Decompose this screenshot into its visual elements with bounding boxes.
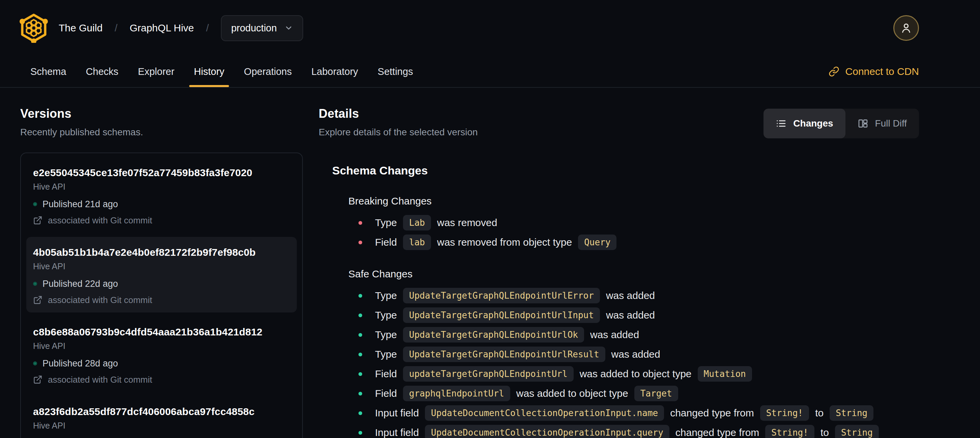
version-card[interactable]: a823f6db2a55df877dcf406006abca97fcc4858c… — [26, 396, 297, 438]
git-commit-label: associated with Git commit — [48, 295, 152, 305]
tab-history[interactable]: History — [194, 56, 224, 87]
change-text: was removed — [437, 217, 497, 228]
schema-changes-section: Schema Changes Breaking ChangesTypeLabwa… — [332, 164, 919, 438]
change-item: FieldgraphqlEndpointUrlwas added to obje… — [358, 386, 919, 401]
tab-checks[interactable]: Checks — [86, 56, 118, 87]
change-text: changed type from — [670, 407, 754, 419]
breaking-changes-list: TypeLabwas removedFieldlabwas removed fr… — [358, 215, 919, 250]
change-text: Field — [375, 388, 397, 399]
bullet-icon — [358, 431, 362, 435]
published-dot-icon — [33, 202, 37, 206]
details-title: Details — [319, 107, 478, 121]
person-icon — [899, 21, 913, 35]
version-hash: e2e55045345ce13fe07f52a77459b83fa3fe7020 — [33, 167, 290, 179]
code-chip: updateTargetGraphQLEndpointUrl — [403, 366, 574, 382]
change-text: Input field — [375, 427, 419, 438]
bullet-icon — [358, 353, 362, 356]
version-card[interactable]: e2e55045345ce13fe07f52a77459b83fa3fe7020… — [26, 157, 297, 233]
target-select[interactable]: production — [221, 15, 303, 41]
version-target: Hive API — [33, 420, 290, 430]
change-item: FieldupdateTargetGraphQLEndpointUrlwas a… — [358, 366, 919, 382]
code-chip: Target — [634, 386, 678, 401]
code-chip: lab — [403, 234, 431, 250]
breadcrumb-org[interactable]: The Guild — [59, 22, 102, 34]
change-item: TypeUpdateTargetGraphQLEndpointUrlInputw… — [358, 307, 919, 323]
change-text: was added — [606, 309, 655, 321]
publish-status: Published 21d ago — [33, 199, 290, 209]
connect-cdn-link[interactable]: Connect to CDN — [829, 66, 919, 77]
bullet-icon — [358, 333, 362, 337]
change-item: TypeUpdateTargetGraphQLEndpointUrlErrorw… — [358, 288, 919, 303]
versions-title: Versions — [20, 107, 303, 121]
breadcrumb-separator: / — [206, 22, 209, 34]
tab-settings[interactable]: Settings — [378, 56, 413, 87]
published-text: Published 28d ago — [43, 358, 118, 368]
breaking-changes-title: Breaking Changes — [348, 195, 919, 207]
schema-changes-title: Schema Changes — [332, 164, 919, 177]
publish-status: Published 22d ago — [33, 279, 290, 289]
safe-changes-list: TypeUpdateTargetGraphQLEndpointUrlErrorw… — [358, 288, 919, 438]
user-avatar[interactable] — [893, 15, 919, 41]
change-item: Fieldlabwas removed from object typeQuer… — [358, 234, 919, 250]
published-text: Published 21d ago — [43, 199, 118, 209]
publish-status: Published 28d ago — [33, 358, 290, 368]
change-groups: Breaking ChangesTypeLabwas removedFieldl… — [332, 195, 919, 438]
code-chip: String — [835, 425, 879, 438]
full-diff-toggle-button[interactable]: Full Diff — [845, 109, 919, 139]
tab-explorer[interactable]: Explorer — [138, 56, 174, 87]
bullet-icon — [358, 294, 362, 298]
external-link-icon — [33, 375, 43, 384]
published-text: Published 22d ago — [43, 279, 118, 289]
chevron-down-icon — [284, 24, 293, 32]
git-commit-link[interactable]: associated with Git commit — [33, 295, 290, 305]
breadcrumb-project[interactable]: GraphQL Hive — [129, 22, 194, 34]
code-chip: Mutation — [698, 366, 752, 382]
version-hash: 4b05ab51b1b4a7e2e4b0ef82172f2b9f7ef98c0b — [33, 246, 290, 258]
change-text: was removed from object type — [437, 237, 572, 248]
version-card[interactable]: c8b6e88a06793b9c4dfd54aaa21b36a1b421d812… — [26, 317, 297, 392]
git-commit-label: associated with Git commit — [48, 215, 152, 225]
change-text: was added to object type — [580, 368, 692, 380]
bullet-icon — [358, 392, 362, 395]
bullet-icon — [358, 221, 362, 225]
git-commit-link[interactable]: associated with Git commit — [33, 374, 290, 385]
change-item: Input fieldUpdateDocumentCollectionOpera… — [358, 425, 919, 438]
version-card[interactable]: 4b05ab51b1b4a7e2e4b0ef82172f2b9f7ef98c0b… — [26, 237, 297, 312]
details-subtitle: Explore details of the selected version — [319, 127, 478, 138]
change-text: Field — [375, 368, 397, 380]
change-text: to — [821, 427, 829, 438]
version-hash: c8b6e88a06793b9c4dfd54aaa21b36a1b421d812 — [33, 326, 290, 338]
code-chip: UpdateDocumentCollectionOperationInput.n… — [425, 405, 664, 421]
git-commit-label: associated with Git commit — [48, 374, 152, 385]
tab-schema[interactable]: Schema — [30, 56, 66, 87]
app-header: The Guild / GraphQL Hive / production Sc… — [0, 0, 980, 88]
change-item: Input fieldUpdateDocumentCollectionOpera… — [358, 405, 919, 421]
change-text: was added — [590, 329, 639, 341]
git-commit-link[interactable]: associated with Git commit — [33, 215, 290, 225]
code-chip: UpdateTargetGraphQLEndpointUrlInput — [403, 307, 600, 323]
bullet-icon — [358, 241, 362, 244]
code-chip: Query — [578, 234, 616, 250]
bullet-icon — [358, 372, 362, 376]
main-content: Versions Recently published schemas. e2e… — [0, 88, 980, 438]
change-text: Type — [375, 290, 397, 301]
tab-operations[interactable]: Operations — [244, 56, 292, 87]
list-icon — [776, 118, 786, 129]
details-panel: Details Explore details of the selected … — [319, 88, 919, 438]
hive-logo-icon[interactable] — [19, 13, 49, 43]
change-text: Type — [375, 329, 397, 341]
target-select-value: production — [231, 22, 277, 34]
code-chip: UpdateTargetGraphQLEndpointUrlError — [403, 288, 600, 303]
main-nav: SchemaChecksExplorerHistoryOperationsLab… — [0, 56, 980, 87]
change-text: Type — [375, 349, 397, 360]
change-text: Field — [375, 237, 397, 248]
change-text: was added — [611, 349, 660, 360]
tab-laboratory[interactable]: Laboratory — [311, 56, 358, 87]
change-text: Input field — [375, 407, 419, 419]
breadcrumb-separator: / — [115, 22, 117, 34]
code-chip: String! — [765, 425, 815, 438]
header-top-row: The Guild / GraphQL Hive / production — [0, 0, 980, 56]
changes-toggle-button[interactable]: Changes — [764, 109, 845, 139]
code-chip: UpdateDocumentCollectionOperationInput.q… — [425, 425, 670, 438]
version-target: Hive API — [33, 182, 290, 192]
